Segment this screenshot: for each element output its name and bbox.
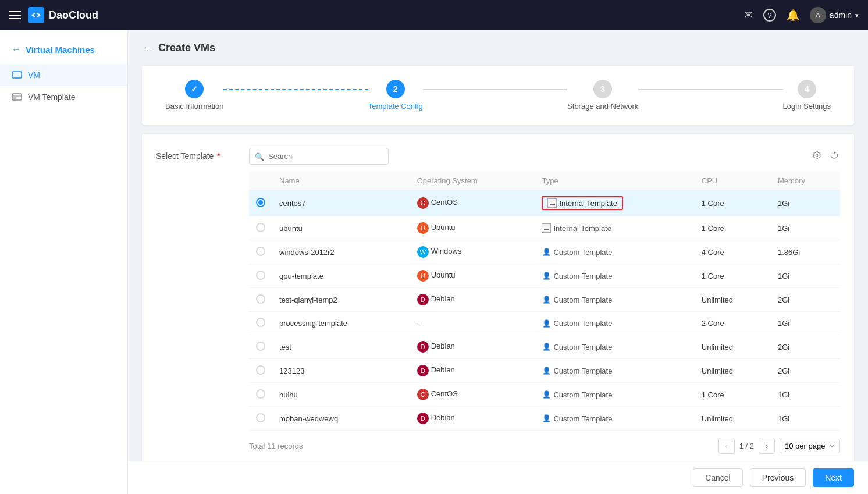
row-cpu-windows-2012r2: 4 Core <box>695 240 771 264</box>
col-memory: Memory <box>771 172 840 190</box>
stepper: ✓ Basic Information 2 Template Config 3 … <box>165 80 831 111</box>
connector-2 <box>423 89 567 90</box>
row-type-ubuntu: ▬Internal Template <box>535 216 694 240</box>
navbar-right: ✉ ? 🔔 A admin ▾ <box>744 7 859 23</box>
bell-icon[interactable]: 🔔 <box>787 9 799 22</box>
row-radio-test[interactable] <box>256 342 265 351</box>
col-select <box>249 172 272 190</box>
help-icon[interactable]: ? <box>763 9 776 22</box>
row-radio-gpu-template[interactable] <box>256 271 265 280</box>
row-radio-centos7[interactable] <box>256 198 265 207</box>
table-row[interactable]: 123123DDebian👤Custom TemplateUnlimited2G… <box>249 359 840 383</box>
internal-template-icon: ▬ <box>547 198 557 208</box>
daocloud-logo-icon <box>28 7 44 23</box>
row-radio-windows-2012r2[interactable] <box>256 247 265 256</box>
row-name-test: test <box>272 335 410 359</box>
row-os-huihu: CCentOS <box>410 383 535 407</box>
page-back-button[interactable]: ← <box>142 42 152 54</box>
row-radio-moban-weqwewq[interactable] <box>256 413 265 422</box>
row-os-123123: DDebian <box>410 359 535 383</box>
settings-icon-button[interactable] <box>811 150 823 164</box>
row-name-moban-weqwewq: moban-weqwewq <box>272 407 410 431</box>
navbar: DaoCloud ✉ ? 🔔 A admin ▾ <box>0 0 868 30</box>
row-memory-test-qianyi-temp2: 2Gi <box>771 288 840 312</box>
table-row[interactable]: centos7CCentOS▬Internal Template1 Core1G… <box>249 190 840 216</box>
select-template-row: Select Template * 🔍 <box>156 148 840 454</box>
search-input[interactable] <box>249 148 389 165</box>
sidebar-item-vm[interactable]: VM <box>0 64 127 86</box>
page-title: Create VMs <box>158 42 215 54</box>
sidebar-item-vm-template-label: VM Template <box>28 93 75 102</box>
row-type-moban-weqwewq: 👤Custom Template <box>535 407 694 431</box>
row-cpu-huihu: 1 Core <box>695 383 771 407</box>
row-cpu-test: Unlimited <box>695 335 771 359</box>
table-row[interactable]: moban-weqwewqDDebian👤Custom TemplateUnli… <box>249 407 840 431</box>
row-type-gpu-template: 👤Custom Template <box>535 264 694 288</box>
row-os-test-qianyi-temp2: DDebian <box>410 288 535 312</box>
table-row[interactable]: processing-template-👤Custom Template2 Co… <box>249 312 840 335</box>
step-label-2: Template Config <box>368 102 423 111</box>
row-type-windows-2012r2: 👤Custom Template <box>535 240 694 264</box>
row-cpu-moban-weqwewq: Unlimited <box>695 407 771 431</box>
hamburger-icon[interactable] <box>9 11 21 19</box>
svg-point-1 <box>34 13 38 17</box>
user-avatar-icon: A <box>810 7 826 23</box>
col-type: Type <box>535 172 694 190</box>
admin-user-menu[interactable]: A admin ▾ <box>810 7 859 23</box>
step-label-4: Login Settings <box>783 102 831 111</box>
os-icon-gpu-template: U <box>417 270 429 282</box>
next-page-button[interactable]: › <box>759 438 775 454</box>
custom-icon: 👤 <box>542 247 551 257</box>
table-row[interactable]: test-qianyi-temp2DDebian👤Custom Template… <box>249 288 840 312</box>
table-row[interactable]: gpu-templateUUbuntu👤Custom Template1 Cor… <box>249 264 840 288</box>
table-header-row: Name Operating System Type CPU Memory <box>249 172 840 190</box>
svg-rect-3 <box>13 73 20 77</box>
per-page-select[interactable]: 10 per page 20 per page 50 per page <box>780 439 840 453</box>
row-memory-moban-weqwewq: 1Gi <box>771 407 840 431</box>
navbar-left: DaoCloud <box>9 7 98 23</box>
os-icon-huihu: C <box>417 389 429 400</box>
row-type-test-qianyi-temp2: 👤Custom Template <box>535 288 694 312</box>
table-actions <box>811 150 840 164</box>
search-icon: 🔍 <box>255 152 264 161</box>
row-memory-processing-template: 1Gi <box>771 312 840 335</box>
message-icon[interactable]: ✉ <box>744 9 753 22</box>
custom-icon: 👤 <box>542 414 551 423</box>
cancel-button[interactable]: Cancel <box>693 468 743 487</box>
step-circle-1: ✓ <box>185 80 204 98</box>
content-card: Select Template * 🔍 <box>142 134 854 461</box>
sidebar-item-vm-template[interactable]: VM Template <box>0 86 127 108</box>
next-button[interactable]: Next <box>813 468 854 487</box>
row-memory-ubuntu: 1Gi <box>771 216 840 240</box>
custom-icon: 👤 <box>542 271 551 280</box>
row-radio-123123[interactable] <box>256 365 265 375</box>
row-radio-ubuntu[interactable] <box>256 223 265 232</box>
table-row[interactable]: ubuntuUUbuntu▬Internal Template1 Core1Gi <box>249 216 840 240</box>
previous-button[interactable]: Previous <box>750 468 806 487</box>
sidebar-title[interactable]: ← Virtual Machines <box>0 40 127 64</box>
os-icon-moban-weqwewq: D <box>417 413 429 424</box>
page-header: ← Create VMs <box>142 42 854 54</box>
row-name-ubuntu: ubuntu <box>272 216 410 240</box>
custom-icon: 👤 <box>542 319 551 328</box>
template-area: 🔍 <box>249 148 840 454</box>
row-radio-processing-template[interactable] <box>256 318 265 327</box>
search-input-wrap: 🔍 <box>249 148 389 165</box>
table-row[interactable]: windows-2012r2WWindows👤Custom Template4 … <box>249 240 840 264</box>
col-os: Operating System <box>410 172 535 190</box>
row-cpu-centos7: 1 Core <box>695 190 771 216</box>
row-radio-huihu[interactable] <box>256 389 265 399</box>
row-radio-test-qianyi-temp2[interactable] <box>256 294 265 304</box>
row-os-moban-weqwewq: DDebian <box>410 407 535 431</box>
os-icon-test-qianyi-temp2: D <box>417 294 429 305</box>
prev-page-button[interactable]: ‹ <box>718 438 735 454</box>
table-row[interactable]: huihuCCentOS👤Custom Template1 Core1Gi <box>249 383 840 407</box>
refresh-icon-button[interactable] <box>828 150 840 164</box>
sidebar-title-text: Virtual Machines <box>26 45 95 55</box>
table-row[interactable]: testDDebian👤Custom TemplateUnlimited2Gi <box>249 335 840 359</box>
page-info: 1 / 2 <box>739 442 754 450</box>
row-memory-centos7: 1Gi <box>771 190 840 216</box>
svg-rect-7 <box>13 97 16 99</box>
chevron-down-icon: ▾ <box>855 12 859 19</box>
pagination-row: Total 11 records ‹ 1 / 2 › 1 <box>249 438 840 454</box>
